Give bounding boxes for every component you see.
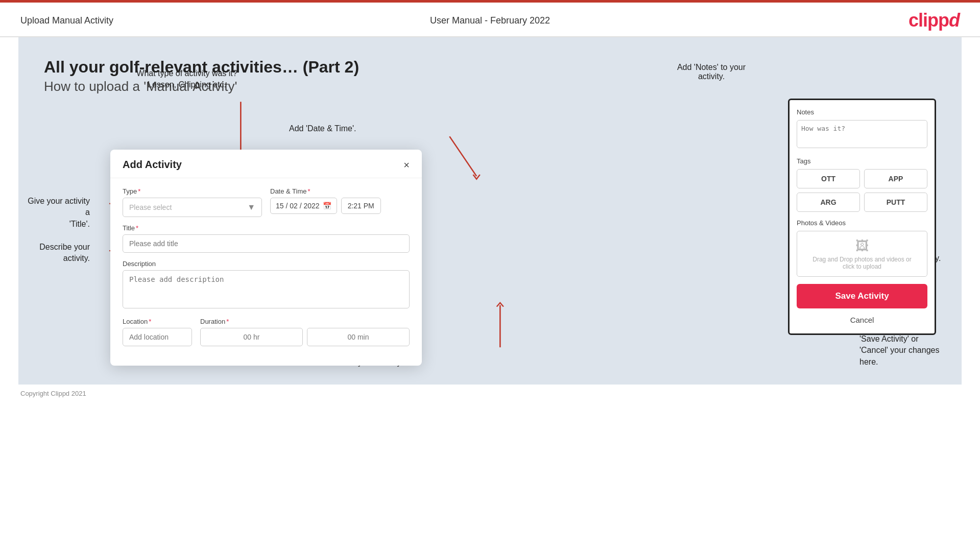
modal-close-button[interactable]: ×: [403, 160, 410, 170]
annotation-give-title: Give your activity a 'Title'.: [23, 196, 90, 230]
duration-group: Duration*: [200, 318, 410, 346]
type-select[interactable]: Please select ▼: [123, 198, 262, 217]
title-input[interactable]: [123, 234, 410, 253]
date-input[interactable]: 15 / 02 / 2022 📅: [270, 198, 337, 214]
photo-upload-area[interactable]: 🖼 Drag and Drop photos and videos or cli…: [797, 231, 927, 277]
header-left: Upload Manual Activity: [20, 15, 113, 26]
header: Upload Manual Activity User Manual - Feb…: [0, 3, 980, 37]
type-datetime-row: Type* Please select ▼ Date & Time* 15 / …: [123, 187, 410, 217]
time-value: 2:21 PM: [348, 202, 374, 210]
select-arrow-icon: ▼: [247, 203, 255, 212]
add-activity-modal: Add Activity × Type* Please select ▼ Dat: [110, 150, 422, 366]
duration-inputs: [200, 328, 410, 346]
phone-panel-inner: Notes Tags OTT APP ARG PUTT Photos & Vid…: [790, 100, 935, 333]
notes-label: Notes: [797, 108, 927, 116]
photo-icon: 🖼: [855, 238, 869, 254]
title-label: Title*: [123, 224, 410, 232]
date-value: 15 / 02 / 2022: [276, 202, 320, 210]
notes-textarea[interactable]: [797, 120, 927, 148]
tag-arg[interactable]: ARG: [797, 193, 860, 212]
calendar-icon: 📅: [323, 202, 331, 210]
type-placeholder: Please select: [129, 203, 172, 211]
annotation-describe: Describe your activity.: [23, 242, 90, 265]
datetime-group: Date & Time* 15 / 02 / 2022 📅 2:21 PM: [270, 187, 410, 217]
description-label: Description: [123, 260, 410, 268]
copyright: Copyright Clippd 2021: [20, 390, 86, 397]
annotation-save: 'Save Activity' or 'Cancel' your changes…: [859, 333, 972, 368]
location-input[interactable]: [123, 328, 192, 346]
duration-label: Duration*: [200, 318, 410, 325]
logo: clippd: [909, 10, 960, 31]
type-label: Type*: [123, 187, 262, 195]
main-content: All your golf-relevant activities… (Part…: [18, 37, 962, 385]
photo-upload-text: Drag and Drop photos and videos or click…: [812, 256, 911, 270]
modal-header: Add Activity ×: [110, 150, 422, 178]
annotation-date-time: Add 'Date & Time'.: [289, 124, 356, 133]
tags-label: Tags: [797, 157, 927, 165]
tag-putt[interactable]: PUTT: [864, 193, 927, 212]
location-duration-row: Location* Duration*: [123, 318, 410, 346]
location-label: Location*: [123, 318, 192, 325]
svg-line-1: [449, 136, 476, 176]
description-textarea[interactable]: [123, 270, 410, 308]
datetime-label: Date & Time*: [270, 187, 410, 195]
phone-panel: Notes Tags OTT APP ARG PUTT Photos & Vid…: [788, 99, 936, 335]
title-group: Title*: [123, 224, 410, 253]
location-group: Location*: [123, 318, 192, 346]
tag-app[interactable]: APP: [864, 169, 927, 188]
tags-grid: OTT APP ARG PUTT: [797, 169, 927, 212]
cancel-button[interactable]: Cancel: [797, 314, 927, 326]
footer: Copyright Clippd 2021: [0, 385, 980, 402]
description-group: Description: [123, 260, 410, 310]
duration-min-input[interactable]: [307, 328, 410, 346]
photos-label: Photos & Videos: [797, 219, 927, 227]
annotation-notes: Add 'Notes' to your activity.: [655, 63, 768, 81]
time-input[interactable]: 2:21 PM: [341, 198, 381, 214]
tag-ott[interactable]: OTT: [797, 169, 860, 188]
modal-title: Add Activity: [123, 159, 182, 171]
duration-hr-input[interactable]: [200, 328, 303, 346]
header-center: User Manual - February 2022: [430, 15, 550, 26]
type-group: Type* Please select ▼: [123, 187, 262, 217]
annotation-what-type: What type of activity was it? Lesson, Ch…: [136, 68, 238, 91]
modal-body: Type* Please select ▼ Date & Time* 15 / …: [110, 178, 422, 366]
date-time-inputs: 15 / 02 / 2022 📅 2:21 PM: [270, 198, 410, 214]
save-activity-button[interactable]: Save Activity: [797, 284, 927, 308]
